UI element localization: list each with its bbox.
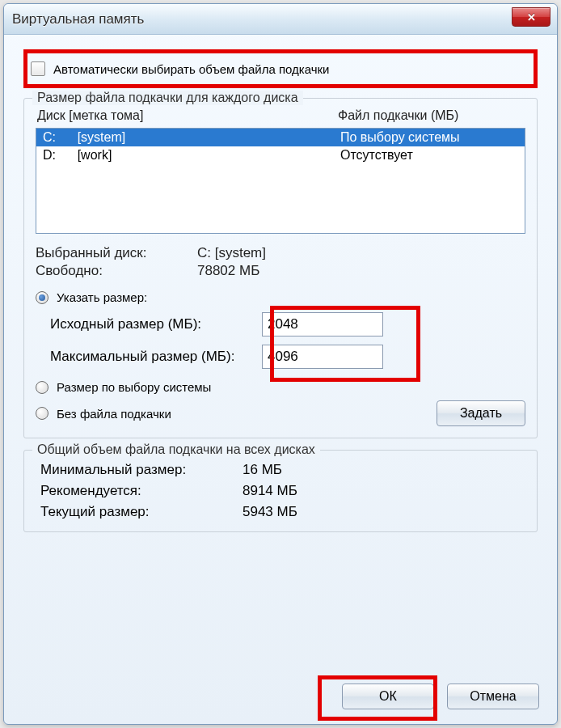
rec-size-label: Рекомендуется: — [40, 483, 243, 499]
initial-size-label: Исходный размер (МБ): — [36, 316, 262, 332]
auto-manage-checkbox[interactable] — [31, 61, 45, 76]
system-size-label: Размер по выбору системы — [57, 380, 211, 394]
drive-col: C: [system] — [43, 130, 340, 145]
auto-manage-label: Автоматически выбирать объем файла подка… — [53, 62, 329, 76]
close-icon: ✕ — [527, 11, 536, 23]
drive-list-header: Диск [метка тома] Файл подкачки (МБ) — [36, 105, 525, 129]
free-space-value: 78802 МБ — [197, 263, 259, 279]
pagefile-col: По выбору системы — [340, 130, 518, 145]
close-button[interactable]: ✕ — [512, 7, 550, 27]
auto-manage-row[interactable]: Автоматически выбирать объем файла подка… — [23, 49, 538, 88]
list-item[interactable]: D: [work] Отсутствует — [36, 146, 525, 164]
min-size-label: Минимальный размер: — [40, 462, 243, 478]
cur-size-row: Текущий размер: 5943 МБ — [36, 504, 525, 520]
dialog-body: Автоматически выбирать объем файла подка… — [4, 35, 557, 671]
rec-size-value: 8914 МБ — [243, 483, 297, 499]
header-pagefile: Файл подкачки (МБ) — [338, 108, 524, 123]
custom-size-radio[interactable] — [36, 291, 49, 304]
dialog-footer: ОК Отмена — [4, 671, 557, 724]
min-size-value: 16 МБ — [243, 462, 282, 478]
size-inputs: Исходный размер (МБ): Максимальный разме… — [36, 312, 525, 369]
totals-groupbox: Общий объем файла подкачки на всех диска… — [23, 450, 538, 532]
custom-size-radio-row[interactable]: Указать размер: — [36, 290, 525, 304]
list-item[interactable]: C: [system] По выбору системы — [36, 129, 525, 146]
no-pagefile-radio[interactable] — [36, 407, 49, 420]
no-pagefile-label: Без файла подкачки — [57, 407, 171, 421]
no-pagefile-row: Без файла подкачки Задать — [36, 400, 525, 426]
initial-size-input[interactable] — [262, 312, 383, 336]
max-size-input[interactable] — [262, 345, 383, 369]
min-size-row: Минимальный размер: 16 МБ — [36, 462, 525, 478]
free-space-label: Свободно: — [36, 263, 197, 279]
cur-size-label: Текущий размер: — [40, 504, 243, 520]
virtual-memory-dialog: Виртуальная память ✕ Автоматически выбир… — [3, 3, 558, 725]
selected-drive-value: C: [system] — [197, 245, 266, 261]
system-size-radio-row[interactable]: Размер по выбору системы — [36, 380, 525, 394]
per-drive-groupbox: Размер файла подкачки для каждого диска … — [23, 98, 538, 438]
max-size-row: Максимальный размер (МБ): — [36, 345, 525, 369]
set-button[interactable]: Задать — [437, 400, 525, 426]
no-pagefile-radio-row[interactable]: Без файла подкачки — [36, 407, 171, 421]
window-title: Виртуальная память — [12, 11, 144, 28]
cancel-button[interactable]: Отмена — [447, 684, 539, 709]
header-drive: Диск [метка тома] — [37, 108, 338, 123]
drive-col: D: [work] — [43, 148, 340, 163]
ok-button[interactable]: ОК — [342, 684, 434, 709]
drive-list[interactable]: C: [system] По выбору системы D: [work] … — [36, 129, 525, 234]
initial-size-row: Исходный размер (МБ): — [36, 312, 525, 336]
selected-drive-label: Выбранный диск: — [36, 245, 197, 261]
system-size-radio[interactable] — [36, 381, 49, 394]
custom-size-label: Указать размер: — [57, 290, 147, 304]
per-drive-title: Размер файла подкачки для каждого диска — [32, 91, 303, 105]
free-space-row: Свободно: 78802 МБ — [36, 263, 525, 279]
cur-size-value: 5943 МБ — [243, 504, 297, 520]
rec-size-row: Рекомендуется: 8914 МБ — [36, 483, 525, 499]
totals-title: Общий объем файла подкачки на всех диска… — [32, 442, 320, 457]
selected-drive-row: Выбранный диск: C: [system] — [36, 245, 525, 261]
pagefile-col: Отсутствует — [340, 148, 518, 163]
titlebar[interactable]: Виртуальная память ✕ — [4, 4, 557, 35]
max-size-label: Максимальный размер (МБ): — [36, 349, 262, 365]
